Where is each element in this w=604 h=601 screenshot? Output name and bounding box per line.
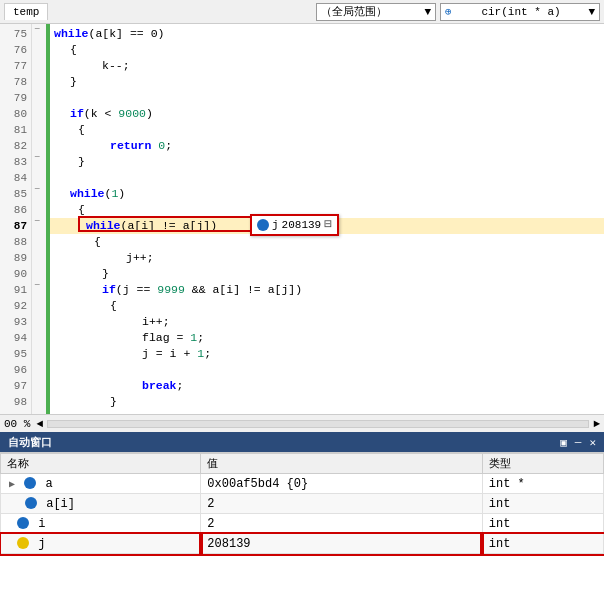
code-line-78: } — [50, 74, 604, 90]
code-area[interactable]: while(a[k] == 0) { k--; } if(k < 9000) {… — [50, 24, 604, 414]
auto-window: 名称 值 类型 ▶ a 0x00af5bd4 {0} int * a[i] — [0, 452, 604, 600]
code-line-90: } — [50, 266, 604, 282]
row-type: int — [482, 534, 603, 554]
panel-controls: ▣ — ✕ — [560, 436, 596, 449]
code-line-79 — [50, 90, 604, 106]
code-line-84 — [50, 170, 604, 186]
scroll-right-btn[interactable]: ► — [593, 418, 600, 430]
code-line-95: j = i + 1; — [50, 346, 604, 362]
expand-icon[interactable]: ▶ — [7, 478, 17, 490]
auto-table: 名称 值 类型 ▶ a 0x00af5bd4 {0} int * a[i] — [0, 453, 604, 554]
code-line-83: } — [50, 154, 604, 170]
col-header-type: 类型 — [482, 454, 603, 474]
code-line-77: k--; — [50, 58, 604, 74]
code-line-80: if(k < 9000) — [50, 106, 604, 122]
var-icon — [17, 517, 29, 529]
row-type: int * — [482, 474, 603, 494]
code-line-92: { — [50, 298, 604, 314]
row-name: ▶ a — [1, 474, 201, 494]
line-numbers: 75 76 77 78 79 80 81 82 83 84 85 86 87 8… — [0, 24, 32, 414]
code-line-75: while(a[k] == 0) — [50, 26, 604, 42]
col-header-value: 值 — [201, 454, 482, 474]
watch-popup: j 208139 ⊟ — [250, 214, 339, 236]
code-line-89: j++; — [50, 250, 604, 266]
row-value: 0x00af5bd4 {0} — [201, 474, 482, 494]
code-editor: 75 76 77 78 79 80 81 82 83 84 85 86 87 8… — [0, 24, 604, 414]
file-tab[interactable]: temp — [4, 3, 48, 20]
watch-close-btn[interactable]: ⊟ — [324, 217, 332, 233]
table-header-row: 名称 值 类型 — [1, 454, 604, 474]
horizontal-scrollbar[interactable] — [47, 420, 589, 428]
watch-pin-icon — [257, 219, 269, 231]
code-line-93: i++; — [50, 314, 604, 330]
row-name: i — [1, 514, 201, 534]
pin-button[interactable]: ▣ — [560, 436, 567, 449]
function-dropdown[interactable]: ⊕ cir(int * a) ▼ — [440, 3, 600, 21]
function-icon: ⊕ — [445, 5, 452, 18]
code-line-91: if(j == 9999 && a[i] != a[j]) — [50, 282, 604, 298]
table-row: a[i] 2 int — [1, 494, 604, 514]
row-type: int — [482, 494, 603, 514]
code-line-81: { — [50, 122, 604, 138]
var-icon — [17, 537, 29, 549]
var-name: a[i] — [46, 497, 75, 511]
auto-window-panel-header: 自动窗口 ▣ — ✕ — [0, 432, 604, 452]
var-name: j — [38, 537, 45, 551]
top-bar: temp （全局范围） ▼ ⊕ cir(int * a) ▼ — [0, 0, 604, 24]
scope-dropdown[interactable]: （全局范围） ▼ — [316, 3, 436, 21]
table-row: i 2 int — [1, 514, 604, 534]
table-row: j 208139 int — [1, 534, 604, 554]
watch-value: 208139 — [282, 217, 322, 233]
code-line-96 — [50, 362, 604, 378]
gutter: − − − − − — [32, 24, 46, 414]
zoom-percent: 00 % — [4, 418, 30, 430]
col-header-name: 名称 — [1, 454, 201, 474]
row-value: 2 — [201, 514, 482, 534]
watch-var-name: j — [272, 217, 279, 233]
row-value: 2 — [201, 494, 482, 514]
minimize-button[interactable]: — — [575, 436, 582, 448]
row-type: int — [482, 514, 603, 534]
code-line-76: { — [50, 42, 604, 58]
zoom-row: 00 % ◄ ► — [0, 414, 604, 432]
code-line-88: { — [50, 234, 604, 250]
var-icon — [25, 497, 37, 509]
code-line-82: return 0; — [50, 138, 604, 154]
code-line-97: break; — [50, 378, 604, 394]
close-button[interactable]: ✕ — [589, 436, 596, 449]
row-value: 208139 — [201, 534, 482, 554]
row-name: a[i] — [1, 494, 201, 514]
var-name: a — [45, 477, 52, 491]
code-line-85: while(1) — [50, 186, 604, 202]
var-icon — [24, 477, 36, 489]
code-line-98: } — [50, 394, 604, 410]
row-name: j — [1, 534, 201, 554]
auto-window-title: 自动窗口 — [8, 435, 52, 450]
scroll-left-btn[interactable]: ◄ — [36, 418, 43, 430]
table-row: ▶ a 0x00af5bd4 {0} int * — [1, 474, 604, 494]
code-line-94: flag = 1; — [50, 330, 604, 346]
var-name: i — [38, 517, 45, 531]
